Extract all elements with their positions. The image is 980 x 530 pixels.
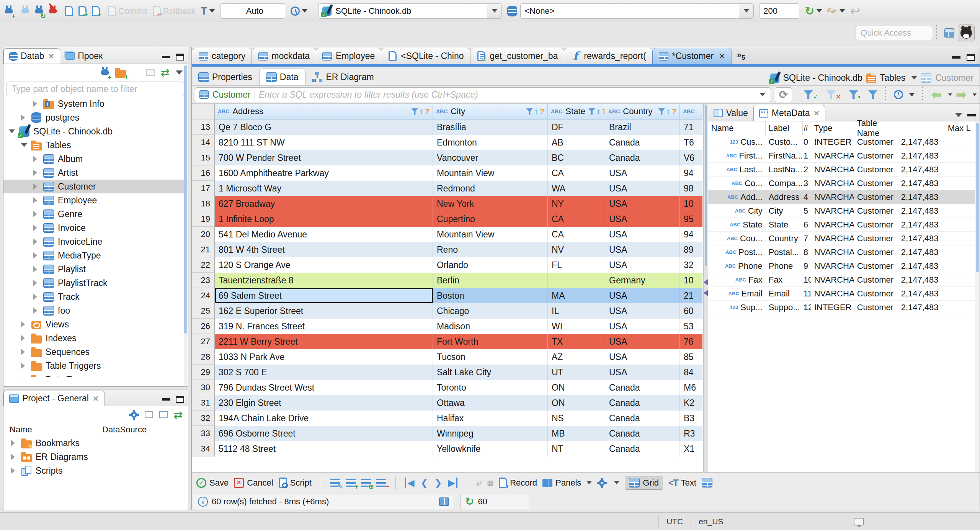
cell-state[interactable]: CA bbox=[548, 165, 605, 181]
gear-icon[interactable] bbox=[129, 410, 139, 419]
cell-city[interactable]: Yellowknife bbox=[433, 441, 548, 456]
expand-arrow-icon[interactable] bbox=[33, 266, 39, 272]
tree-item[interactable]: Views bbox=[3, 317, 188, 331]
cell-postal[interactable]: 98 bbox=[680, 181, 702, 196]
table-row[interactable]: 24 69 Salem Street Boston MA USA 21 bbox=[192, 288, 703, 303]
table-row[interactable]: 26 319 N. Frances Street Madison WI USA … bbox=[192, 319, 703, 334]
metadata-scrollbar[interactable] bbox=[975, 121, 980, 472]
first-row-icon[interactable]: ◀ bbox=[405, 478, 414, 488]
tree-item[interactable]: Scripts bbox=[3, 464, 188, 478]
timezone-label[interactable]: UTC bbox=[666, 517, 683, 526]
Post...[interactable]: ABCPost... Postal... 8 NVARCHAR Customer… bbox=[708, 245, 980, 259]
cell-state[interactable]: UT bbox=[548, 365, 605, 380]
connection-dropdown-button[interactable] bbox=[487, 4, 501, 18]
refresh-connection-icon[interactable]: ↻ bbox=[805, 4, 814, 18]
cell-city[interactable]: Salt Lake City bbox=[433, 365, 548, 380]
cell-state[interactable]: ON bbox=[548, 380, 605, 395]
cell-postal[interactable]: V6 bbox=[680, 150, 702, 165]
cell-city[interactable]: Cupertino bbox=[433, 211, 548, 227]
cell-state[interactable]: CA bbox=[548, 211, 605, 227]
row-number[interactable]: 25 bbox=[192, 303, 215, 319]
cell-country[interactable]: USA bbox=[605, 319, 680, 334]
expand-arrow-icon[interactable] bbox=[21, 335, 27, 341]
cell-city[interactable]: Mountain View bbox=[433, 165, 548, 181]
perspective-table-button[interactable] bbox=[941, 25, 958, 41]
tree-item[interactable]: MediaType bbox=[3, 249, 188, 262]
table-row[interactable]: 17 1 Microsoft Way Redmond WA USA 98 bbox=[192, 181, 703, 196]
cell-state[interactable]: NS bbox=[548, 411, 605, 426]
fetch-size-input[interactable]: 200 bbox=[759, 3, 799, 19]
cell-postal[interactable]: 71 bbox=[680, 119, 702, 135]
cell-state[interactable]: NT bbox=[548, 441, 605, 456]
row-number[interactable]: 26 bbox=[192, 319, 215, 334]
new-folder-icon[interactable]: + bbox=[115, 70, 126, 78]
Cus...[interactable]: 123Cus... Custo... 0 INTEGER Customer 2,… bbox=[708, 135, 980, 149]
fetch-size-value[interactable]: 60 bbox=[478, 497, 487, 507]
cell-address[interactable]: 120 S Orange Ave bbox=[215, 257, 433, 273]
cell-postal[interactable]: 84 bbox=[680, 365, 702, 380]
cell-address[interactable]: 2211 W Berry Street bbox=[215, 334, 433, 349]
cell-postal[interactable]: 85 bbox=[680, 349, 702, 365]
column-header-country[interactable]: ABCCountry ↕? bbox=[605, 104, 680, 119]
recent-sql-editor-icon[interactable]: ➜ bbox=[78, 6, 87, 16]
expand-arrow-icon[interactable] bbox=[33, 252, 39, 258]
tree-item[interactable]: Artist bbox=[3, 166, 188, 180]
breadcrumb-table[interactable]: Customer bbox=[935, 73, 973, 83]
Co...[interactable]: ABCCo... Compa... 3 NVARCHAR Customer 2,… bbox=[708, 177, 980, 190]
editor-subtab[interactable]: ER Diagram bbox=[305, 69, 381, 85]
sort-icon[interactable]: ↕ bbox=[597, 107, 601, 116]
cell-postal[interactable]: 89 bbox=[680, 242, 702, 257]
cell-postal[interactable]: 10 bbox=[680, 196, 702, 211]
cell-postal[interactable]: K2 bbox=[680, 395, 702, 411]
table-row[interactable]: 27 2211 W Berry Street Fort Worth TX USA… bbox=[192, 334, 703, 349]
cell-city[interactable]: Orlando bbox=[433, 257, 548, 273]
row-number[interactable]: 15 bbox=[192, 150, 215, 165]
row-number[interactable]: 16 bbox=[192, 165, 215, 181]
cell-address[interactable]: 319 N. Frances Street bbox=[215, 319, 433, 334]
apply-filter-icon[interactable] bbox=[804, 90, 813, 99]
editor-tab[interactable]: category ✕ bbox=[192, 48, 252, 64]
cell-city[interactable]: Tucson bbox=[433, 349, 548, 365]
row-number[interactable]: 22 bbox=[192, 257, 215, 273]
cell-city[interactable]: Redmond bbox=[433, 181, 548, 196]
expand-arrow-icon[interactable] bbox=[33, 197, 39, 203]
cell-address[interactable]: 1 Infinite Loop bbox=[215, 211, 433, 227]
script-button[interactable]: Script bbox=[279, 478, 312, 488]
custom-filter-icon[interactable] bbox=[868, 90, 877, 99]
sort-icon[interactable]: ↕ bbox=[420, 107, 423, 116]
auto-refresh-icon[interactable] bbox=[894, 90, 903, 99]
chevron-down-icon[interactable] bbox=[911, 76, 917, 80]
navigator-filter-input[interactable] bbox=[7, 82, 184, 96]
cell-country[interactable]: USA bbox=[605, 181, 680, 196]
cell-address[interactable]: 302 S 700 E bbox=[215, 365, 433, 380]
expand-arrow-icon[interactable] bbox=[11, 440, 17, 446]
expand-arrow-icon[interactable] bbox=[33, 239, 39, 245]
expand-arrow-icon[interactable] bbox=[9, 129, 15, 133]
cell-city[interactable]: Toronto bbox=[433, 380, 548, 395]
tree-item[interactable]: System Info bbox=[3, 97, 188, 111]
display-icon[interactable] bbox=[854, 518, 864, 525]
expand-arrow-icon[interactable] bbox=[21, 115, 27, 121]
breadcrumb-connection[interactable]: SQLite - Chinook.db bbox=[783, 73, 862, 83]
cell-city[interactable]: Vancouver bbox=[433, 150, 548, 165]
cell-country[interactable]: Germany bbox=[605, 273, 680, 288]
cell-country[interactable]: USA bbox=[605, 227, 680, 242]
chevron-down-icon[interactable] bbox=[614, 481, 619, 484]
close-icon[interactable]: ✕ bbox=[93, 394, 99, 403]
table-row[interactable]: 16 1600 Amphitheatre Parkway Mountain Vi… bbox=[192, 165, 703, 181]
tab-database-navigator[interactable]: Datab ✕ bbox=[3, 48, 60, 64]
column-header-city[interactable]: ABCCity ↕? bbox=[433, 104, 548, 119]
sort-icon[interactable]: ↕ bbox=[666, 107, 670, 116]
cell-state[interactable]: BC bbox=[548, 150, 605, 165]
next-page-icon[interactable]: ➡ bbox=[956, 87, 967, 102]
cell-country[interactable]: Canada bbox=[605, 380, 680, 395]
cell-country[interactable]: USA bbox=[605, 365, 680, 380]
tree-item[interactable]: Album bbox=[3, 152, 188, 166]
column-header-postal[interactable]: ABC bbox=[680, 104, 702, 119]
row-number[interactable]: 30 bbox=[192, 380, 215, 395]
cell-country[interactable]: Brazil bbox=[605, 119, 680, 135]
cell-country[interactable]: USA bbox=[605, 349, 680, 365]
collapse-all-icon[interactable] bbox=[146, 69, 155, 76]
schema-select[interactable]: <None> bbox=[520, 3, 754, 19]
cell-address[interactable]: 8210 111 ST NW bbox=[215, 135, 433, 150]
